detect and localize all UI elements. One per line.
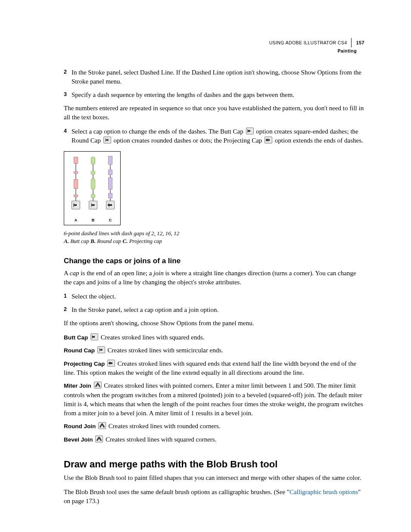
figure-label: B — [89, 218, 97, 222]
caption-text: Projecting cap — [128, 238, 162, 244]
definition-text: Creates stroked lines with squared ends. — [101, 334, 205, 341]
term-round-join: Round Join — [64, 423, 96, 429]
step-number: 3 — [64, 90, 72, 100]
calligraphic-brush-options-link[interactable]: Calligraphic brush options — [290, 488, 358, 495]
step-item: 1 Select the object. — [64, 292, 364, 301]
caption-key: C. — [123, 238, 128, 244]
caption-line: 6-point dashed lines with dash gaps of 2… — [64, 230, 364, 237]
definition-row: Round Cap Creates stroked lines with sem… — [64, 346, 364, 355]
step-number: 2 — [64, 305, 72, 314]
page-header: USING ADOBE ILLUSTRATOR CS4 157 Painting — [269, 38, 364, 53]
definition-text: Creates stroked lines with squared corne… — [106, 436, 216, 443]
definition-row: Butt Cap Creates stroked lines with squa… — [64, 333, 364, 342]
projecting-cap-icon — [107, 360, 115, 367]
svg-rect-16 — [109, 362, 112, 364]
heading-blob-brush: Draw and merge paths with the Blob Brush… — [64, 459, 364, 470]
svg-rect-10 — [108, 204, 112, 206]
definition-text: Creates stroked lines with semicircular … — [108, 347, 223, 354]
step-item: 3 Specify a dash sequence by entering th… — [64, 90, 364, 100]
projecting-cap-icon — [106, 201, 115, 209]
butt-cap-icon — [90, 333, 98, 340]
text-run: option extends the ends of dashes. — [275, 137, 363, 144]
term-projecting-cap: Projecting Cap — [64, 361, 105, 367]
step-number: 1 — [64, 292, 72, 301]
dashed-lines-figure: A B C — [64, 151, 121, 225]
heading-change-caps: Change the caps or joins of a line — [64, 257, 364, 265]
svg-rect-14 — [100, 349, 103, 351]
term-round-cap: Round Cap — [64, 347, 95, 354]
caption-text: Butt cap — [69, 238, 90, 244]
page: USING ADOBE ILLUSTRATOR CS4 157 Painting… — [0, 0, 411, 532]
step-number: 4 — [64, 127, 72, 145]
step-item: 4 Select a cap option to change the ends… — [64, 127, 364, 145]
butt-cap-icon — [246, 128, 254, 134]
text-run: option creates rounded dashes or dots; t… — [113, 137, 264, 144]
caption-key: A. — [64, 238, 69, 244]
paragraph: Use the Blob Brush tool to paint filled … — [64, 473, 364, 482]
term-butt-cap: Butt Cap — [64, 334, 88, 341]
step-text: In the Stroke panel, select a cap option… — [72, 305, 364, 314]
svg-rect-2 — [106, 139, 109, 141]
svg-rect-4 — [266, 139, 270, 141]
page-number: 157 — [356, 40, 364, 45]
em-cap: cap — [70, 270, 79, 277]
step-text: Select the object. — [72, 292, 364, 301]
definition-text: Creates stroked lines with rounded corne… — [109, 423, 221, 429]
round-cap-icon — [89, 201, 97, 209]
step-number: 2 — [64, 68, 72, 86]
svg-rect-8 — [91, 204, 95, 206]
definition-text: Creates stroked lines with pointed corne… — [64, 382, 363, 417]
caption-key: B. — [90, 238, 96, 244]
svg-rect-12 — [92, 336, 95, 338]
round-cap-icon — [103, 137, 111, 143]
definition-row: Bevel Join Creates stroked lines with sq… — [64, 435, 364, 444]
step-item: 2 In the Stroke panel, select Dashed Lin… — [64, 68, 364, 86]
round-join-icon — [98, 422, 106, 429]
definition-row: Miter Join Creates stroked lines with po… — [64, 381, 364, 418]
term-miter-join: Miter Join — [64, 383, 91, 389]
header-divider — [351, 38, 352, 47]
caption-text: Round cap — [96, 238, 122, 244]
figure-caption: 6-point dashed lines with dash gaps of 2… — [64, 230, 364, 245]
definition-row: Projecting Cap Creates stroked lines wit… — [64, 359, 364, 378]
step-text: Specify a dash sequence by entering the … — [72, 90, 364, 100]
paragraph: If the options aren't showing, choose Sh… — [64, 319, 364, 328]
step-text: Select a cap option to change the ends o… — [72, 127, 364, 145]
step-item: 2 In the Stroke panel, select a cap opti… — [64, 305, 364, 314]
text-run: Select a cap option to change the ends o… — [72, 128, 245, 135]
definition-row: Round Join Creates stroked lines with ro… — [64, 422, 364, 431]
svg-rect-0 — [248, 130, 250, 132]
text-run: A — [64, 270, 70, 277]
term-bevel-join: Bevel Join — [64, 436, 93, 443]
paragraph: A cap is the end of an open line; a join… — [64, 269, 364, 287]
header-breadcrumb: USING ADOBE ILLUSTRATOR CS4 — [269, 40, 347, 45]
paragraph: The numbers entered are repeated in sequ… — [64, 104, 364, 122]
figure-label: A — [72, 218, 80, 222]
bevel-join-icon — [95, 436, 103, 442]
round-cap-icon — [97, 346, 105, 353]
content: 2 In the Stroke panel, select Dashed Lin… — [64, 68, 364, 506]
caption-line: A. Butt cap B. Round cap C. Projecting c… — [64, 237, 364, 245]
miter-join-icon — [94, 382, 102, 389]
em-join: join — [153, 270, 163, 277]
text-run: The Blob Brush tool uses the same defaul… — [64, 488, 290, 495]
text-run: is the end of an open line; a — [79, 270, 153, 277]
header-section: Painting — [269, 48, 364, 53]
paragraph: The Blob Brush tool uses the same defaul… — [64, 488, 364, 506]
projecting-cap-icon — [265, 137, 272, 143]
svg-rect-6 — [74, 204, 77, 206]
butt-cap-icon — [72, 201, 80, 209]
step-text: In the Stroke panel, select Dashed Line.… — [72, 68, 364, 86]
figure-label: C — [106, 218, 114, 222]
